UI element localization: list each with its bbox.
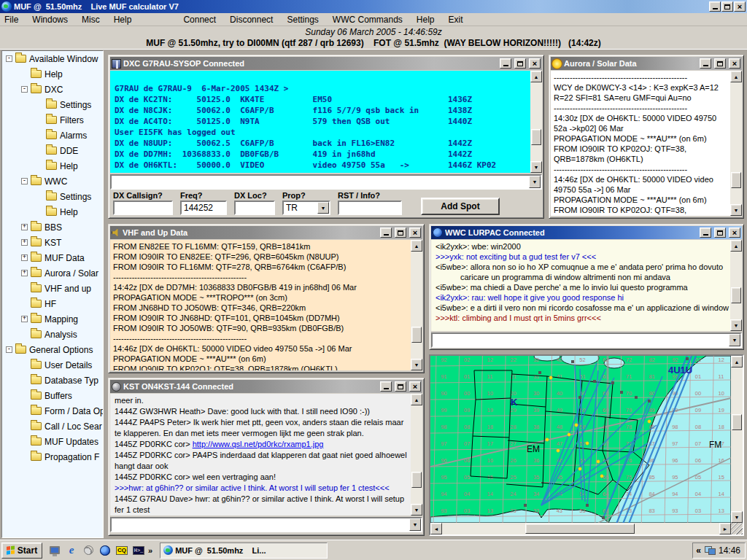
kst-close-button[interactable]: × — [409, 381, 421, 392]
scroll-up-icon[interactable]: ▲ — [731, 356, 743, 368]
scroll-down-icon[interactable]: ▼ — [730, 319, 742, 331]
resize-grip[interactable] — [731, 523, 743, 534]
chevron-down-icon[interactable]: ▼ — [317, 202, 329, 214]
map-vscroll-thumb[interactable] — [732, 414, 742, 430]
kst-scroll-thumb[interactable] — [411, 472, 422, 488]
sidebar-item-settings[interactable]: Settings — [2, 189, 103, 204]
collapse-icon[interactable]: - — [21, 178, 28, 184]
dxc-scrollbar[interactable]: ▲ ▼ — [530, 71, 542, 173]
scroll-down-icon[interactable]: ▼ — [411, 359, 422, 370]
sidebar-item-user-details[interactable]: User Details — [2, 357, 103, 373]
minimize-button[interactable] — [709, 1, 721, 12]
menu-item-help[interactable]: Help — [417, 15, 435, 25]
sidebar-item-hf[interactable]: HF — [2, 296, 103, 311]
sidebar-item-call-loc-sear[interactable]: Call / Loc Sear — [2, 419, 103, 434]
sidebar-item-settings[interactable]: Settings — [2, 97, 103, 112]
aurora-minimize-button[interactable] — [700, 58, 711, 69]
freq-input[interactable] — [180, 201, 227, 215]
menu-item-connect[interactable]: Connect — [183, 15, 216, 25]
kst-scrollbar[interactable]: ▲ ▼ — [411, 394, 422, 516]
wwc-minimize-button[interactable] — [700, 228, 711, 238]
prop-select[interactable]: TR ▼ — [282, 201, 330, 215]
dx-callsign-input[interactable] — [113, 201, 173, 215]
start-button[interactable]: Start — [1, 542, 42, 559]
aurora-close-button[interactable]: × — [729, 58, 740, 69]
network-icon[interactable] — [705, 546, 715, 554]
sidebar-item-kst[interactable]: +KST — [2, 235, 103, 250]
menu-item-misc[interactable]: Misc — [82, 15, 100, 25]
sidebar-item-help[interactable]: Help — [2, 66, 103, 82]
scroll-right-icon[interactable]: ► — [719, 523, 731, 534]
maximize-button[interactable] — [721, 1, 733, 12]
vhf-minimize-button[interactable] — [380, 228, 392, 238]
scroll-left-icon[interactable]: ◄ — [430, 523, 442, 534]
wwc-scroll-thumb[interactable] — [731, 287, 741, 303]
dxc-scroll-thumb[interactable] — [531, 129, 541, 145]
vhf-maximize-button[interactable] — [395, 228, 406, 238]
sidebar-item-wwc[interactable]: -WWC — [2, 174, 103, 189]
sidebar-item-aurora-solar[interactable]: +Aurora / Solar — [2, 265, 103, 281]
dx-loc-input[interactable] — [234, 201, 275, 215]
sidebar-item-buffers[interactable]: Buffers — [2, 388, 103, 403]
globe-icon[interactable] — [98, 544, 112, 557]
kst-title-bar[interactable]: KST ON4KST-144 Connected × — [110, 380, 422, 393]
dxc-title-bar[interactable]: DXC G7RAU-SYSOP Connected × — [110, 57, 542, 70]
expand-icon[interactable]: + — [21, 239, 28, 246]
sidebar-item-muf-data[interactable]: +MUF Data — [2, 250, 103, 265]
dxc-command-input[interactable]: ▼ — [110, 174, 542, 190]
scroll-down-icon[interactable]: ▼ — [530, 161, 542, 173]
scroll-down-icon[interactable]: ▼ — [411, 504, 422, 516]
sidebar-item-analysis[interactable]: Analysis — [2, 327, 103, 342]
add-spot-button[interactable]: Add Spot — [421, 198, 500, 215]
menu-item-wwc-commands[interactable]: WWC Commands — [333, 15, 403, 25]
dxc-minimize-button[interactable] — [500, 58, 511, 69]
toolbar-overflow-chevron[interactable]: » — [148, 546, 152, 555]
rst-info-input[interactable] — [338, 201, 402, 215]
sidebar-item-database-typ[interactable]: Database Typ — [2, 373, 103, 388]
menu-item-settings[interactable]: Settings — [287, 15, 318, 25]
collapse-icon[interactable]: - — [21, 86, 28, 93]
kst-chat[interactable]: meer in.1444Z GW3HWR Heath> Dave: good l… — [110, 394, 411, 516]
propagation-map[interactable]: 9291909998979695949302010009080706050403… — [430, 356, 731, 523]
aurora-text[interactable]: ----------------------------------------… — [551, 71, 730, 216]
sidebar-item-propagation-f[interactable]: Propagation F — [2, 449, 103, 464]
aurora-scrollbar[interactable]: ▲ ▼ — [730, 71, 742, 216]
expand-icon[interactable]: + — [21, 270, 28, 276]
map-vscrollbar[interactable]: ▲ ▼ — [731, 356, 743, 523]
dxc-close-button[interactable]: × — [529, 58, 541, 69]
menu-item-file[interactable]: File — [4, 15, 18, 25]
sidebar-item-muf-updates[interactable]: MUF Updates — [2, 434, 103, 449]
map-hscrollbar[interactable]: ◄ ► — [430, 523, 731, 534]
tray-chevron[interactable]: « — [696, 545, 701, 556]
wwc-message-input[interactable]: ▼ — [431, 332, 742, 348]
menu-item-help[interactable]: Help — [114, 15, 132, 25]
vhf-scrollbar[interactable]: ▲ ▼ — [411, 240, 422, 370]
sidebar-item-available-window[interactable]: -Available Window — [2, 51, 103, 66]
dxc-maximize-button[interactable] — [514, 58, 526, 69]
sidebar-item-alarms[interactable]: Alarms — [2, 128, 103, 143]
chevron-down-icon[interactable]: ▼ — [409, 518, 421, 531]
muf-task-button[interactable]: MUF @ 51.50mhz Li... — [160, 542, 328, 559]
expand-icon[interactable]: + — [21, 224, 28, 230]
satellite-dish-icon[interactable] — [82, 544, 95, 557]
scroll-up-icon[interactable]: ▲ — [730, 71, 742, 82]
sidebar-item-vhf-and-up[interactable]: VHF and up — [2, 281, 103, 296]
internet-explorer-icon[interactable]: e — [65, 544, 78, 557]
aurora-maximize-button[interactable] — [714, 58, 726, 69]
menu-item-exit[interactable]: Exit — [449, 15, 463, 25]
collapse-icon[interactable]: - — [6, 346, 12, 353]
expand-icon[interactable]: + — [21, 316, 28, 322]
scroll-up-icon[interactable]: ▲ — [411, 394, 422, 405]
wwc-chat[interactable]: <ik2yxk>: wbe: win2000>>>yxk: not exciti… — [431, 240, 730, 331]
map-hscroll-thumb[interactable] — [525, 524, 635, 534]
aurora-title-bar[interactable]: Aurora / Solar Data × — [551, 57, 742, 70]
vhf-title-bar[interactable]: VHF and Up Data × — [110, 226, 422, 239]
wwc-scrollbar[interactable]: ▲ ▼ — [730, 240, 742, 331]
scroll-up-icon[interactable]: ▲ — [530, 71, 542, 82]
vhf-scroll-thumb[interactable] — [411, 327, 422, 343]
collapse-icon[interactable]: - — [6, 55, 12, 62]
chat-link[interactable]: http://www.qsl.net/pd0rkc/rxamp1.jpg — [193, 440, 324, 448]
chevron-down-icon[interactable]: ▼ — [729, 334, 740, 346]
sidebar-item-help[interactable]: Help — [2, 204, 103, 219]
expand-icon[interactable]: + — [21, 254, 28, 261]
